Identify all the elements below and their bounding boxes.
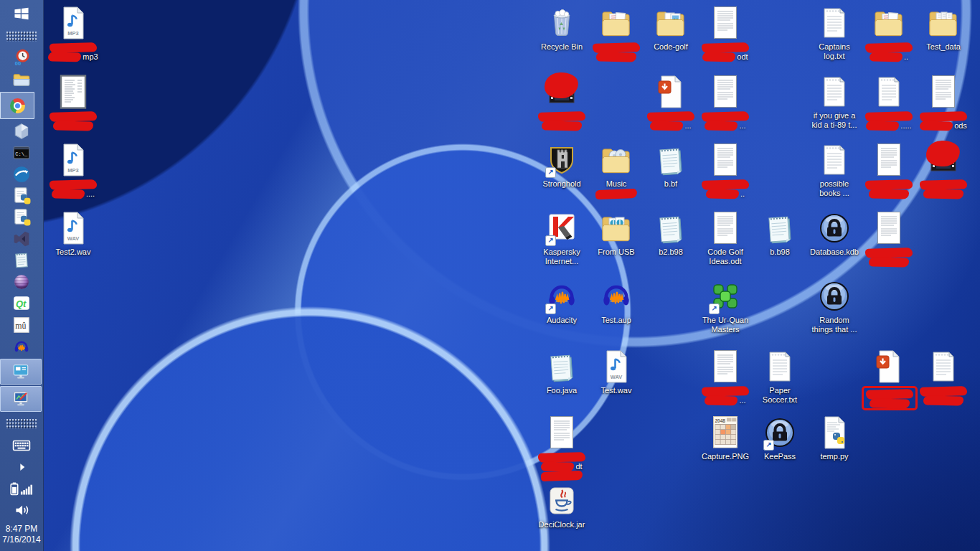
taskbar-grip-top[interactable] bbox=[0, 26, 43, 47]
desktop-icon-capture-png[interactable]: 2048Capture.PNG bbox=[698, 415, 753, 461]
desktop-icon-b-bf[interactable]: b.bf bbox=[644, 143, 698, 189]
desktop-icon-doc-censored-2[interactable]: ... bbox=[698, 75, 753, 130]
taskbar-musescore[interactable]: mû bbox=[0, 314, 43, 336]
desktop-icon-captains-log-txt[interactable]: Captainslog.txt bbox=[807, 6, 862, 61]
taskbar-python-editor-1[interactable] bbox=[0, 185, 43, 207]
taskbar-alarm-clock[interactable]: 00 bbox=[0, 47, 43, 69]
desktop-icon-odt-censored-1[interactable]: dt bbox=[534, 415, 589, 480]
censor-scribble bbox=[865, 111, 913, 122]
desktop-icon-code-golf-folder[interactable]: Code-golf bbox=[644, 6, 698, 52]
svg-text:2048: 2048 bbox=[715, 418, 726, 423]
desktop-icon-kaspersky-internet[interactable]: ↗KasperskyInternet... bbox=[534, 211, 589, 266]
desktop-icon-folder-censored-1[interactable] bbox=[589, 6, 644, 61]
desktop-icon-test-aup[interactable]: Test.aup bbox=[589, 279, 644, 325]
desktop-icon-paper-soccer-txt[interactable]: PaperSoccer.txt bbox=[753, 349, 807, 405]
desktop-icon-recycle-bin[interactable]: Recycle Bin bbox=[534, 6, 589, 52]
taskbar-qt[interactable]: Qt bbox=[0, 293, 43, 314]
desktop-icon-audacity[interactable]: ↗Audacity bbox=[534, 279, 589, 325]
shortcut-arrow-icon: ↗ bbox=[763, 440, 774, 451]
musescore-icon: mû bbox=[12, 316, 31, 334]
desktop-icon-txt-censored-2[interactable] bbox=[916, 349, 971, 405]
desktop-icon-test2-wav[interactable]: WAVTest2.wav bbox=[46, 211, 100, 257]
desktop-icon-odt-censored-2[interactable]: odt bbox=[698, 6, 753, 61]
desktop-icon-possible-books-txt[interactable]: possiblebooks ... bbox=[807, 143, 862, 198]
desktop-icon-video-censored-2[interactable] bbox=[916, 143, 971, 198]
taskbar-python-editor-2[interactable] bbox=[0, 207, 43, 228]
touch-keyboard-button[interactable] bbox=[0, 435, 43, 456]
taskbar-audacity[interactable] bbox=[0, 336, 43, 357]
desktop-icon-badge-doc-censored-1[interactable]: ... bbox=[644, 75, 698, 130]
icon-label bbox=[916, 179, 971, 198]
icon-label: KasperskyInternet... bbox=[534, 248, 589, 266]
taskbar-clock[interactable]: 8:47 PM 7/16/2014 bbox=[2, 524, 40, 545]
desktop-icon-doc-censored-3[interactable]: .. bbox=[698, 143, 753, 198]
desktop-icon-database-kdb[interactable]: Database.kdb bbox=[807, 211, 862, 257]
desktop-icon-badge-doc-censored-2[interactable] bbox=[862, 349, 916, 410]
desktop-icon-temp-py[interactable]: temp.py bbox=[807, 415, 862, 461]
censor-scribble bbox=[542, 121, 582, 131]
doc-icon bbox=[708, 349, 743, 384]
battery-signal-icon bbox=[9, 479, 34, 498]
taskbar-visual-studio[interactable] bbox=[0, 228, 43, 250]
show-hidden-icons[interactable] bbox=[0, 456, 43, 478]
desktop-icon-mp3-censored-2[interactable]: MP3.... bbox=[46, 143, 100, 198]
wav-icon: WAV bbox=[599, 349, 633, 384]
desktop-icon-code-golf-ideas-odt[interactable]: Code GolfIdeas.odt bbox=[698, 211, 753, 266]
censor-scribble bbox=[705, 395, 738, 405]
desktop-icon-test-wav[interactable]: WAVTest.wav bbox=[589, 349, 644, 395]
taskbar-open-window-display[interactable] bbox=[0, 386, 42, 412]
taskbar-grip-bottom[interactable] bbox=[0, 413, 43, 435]
desktop-icon-video-censored-1[interactable] bbox=[534, 75, 589, 130]
desktop-area[interactable]: MP3mp3MP3....WAVTest2.wavRecycle Bin↗Str… bbox=[43, 0, 980, 551]
taskbar-chrome[interactable] bbox=[0, 92, 34, 119]
censor-scribble bbox=[865, 179, 913, 190]
screen: { "taskbar": { "clock": {"time": "8:47 P… bbox=[0, 0, 980, 551]
desktop-icon-mp3-censored-1[interactable]: MP3mp3 bbox=[46, 6, 100, 61]
censor-scribble bbox=[48, 52, 81, 62]
desktop-icon-random-things-kdb[interactable]: Randomthings that ... bbox=[807, 279, 862, 334]
battery-network-status[interactable] bbox=[0, 478, 43, 499]
taskbar-3d-cube-app[interactable] bbox=[0, 121, 43, 142]
desktop-icon-ur-quan-masters[interactable]: ↗The Ur-QuanMasters bbox=[698, 279, 753, 334]
taskbar-command-prompt[interactable]: C:\_ bbox=[0, 142, 43, 164]
taskbar-purple-globe-app[interactable] bbox=[0, 271, 43, 293]
censor-scribble bbox=[650, 121, 683, 131]
chrome-icon bbox=[10, 98, 25, 113]
desktop-icon-keepass[interactable]: ↗KeePass bbox=[753, 415, 807, 461]
start-button[interactable] bbox=[0, 1, 43, 26]
icon-label bbox=[862, 179, 916, 198]
censor-scribble bbox=[706, 189, 739, 199]
taskbar-file-explorer[interactable] bbox=[0, 69, 43, 90]
python-editor-icon bbox=[12, 187, 31, 205]
desktop-icon-ods-censored-1[interactable]: ods bbox=[916, 75, 971, 130]
taskbar-notepad[interactable] bbox=[0, 250, 43, 271]
svg-text:Qt: Qt bbox=[16, 298, 27, 309]
desktop-icon-doc-censored-1[interactable] bbox=[46, 75, 100, 130]
desktop-icon-folder-censored-2[interactable]: .. bbox=[862, 6, 916, 61]
desktop-icon-b-b98[interactable]: b.b98 bbox=[753, 211, 807, 257]
desktop-icon-ti-89-txt[interactable]: if you give akid a ti-89 t... bbox=[807, 75, 862, 130]
desktop-icon-stronghold[interactable]: ↗Stronghold bbox=[534, 143, 589, 189]
censor-scribble bbox=[541, 461, 574, 471]
censor-scribble bbox=[920, 386, 967, 397]
desktop-icon-from-usb-folder[interactable]: From USB bbox=[589, 211, 644, 257]
desktop-icon-test-data-folder[interactable]: Test_data bbox=[916, 6, 971, 52]
desktop-icon-doc-censored-5[interactable] bbox=[862, 143, 916, 198]
desktop-icon-foo-java[interactable]: Foo.java bbox=[534, 349, 589, 395]
taskbar-open-window-presentation[interactable] bbox=[0, 359, 42, 385]
desktop-icon-doc-censored-4[interactable]: ... bbox=[698, 349, 753, 405]
desktop-icon-b2-b98[interactable]: b2.b98 bbox=[644, 211, 698, 257]
film-icon bbox=[926, 143, 961, 177]
volume-button[interactable] bbox=[0, 499, 43, 521]
desktop-icon-deciclock-jar[interactable]: DeciClock.jar bbox=[534, 484, 589, 529]
desktop-icon-txt-censored-1[interactable]: ..... bbox=[862, 75, 916, 130]
audacity-icon bbox=[599, 279, 633, 314]
icon-label: Foo.java bbox=[534, 386, 589, 395]
chrome-ball bbox=[10, 98, 25, 113]
desktop-icon-music-folder[interactable]: Music bbox=[589, 143, 644, 198]
desktop-icon-doc-censored-6[interactable] bbox=[862, 211, 916, 266]
censor-scribble bbox=[920, 179, 967, 190]
taskbar-openoffice[interactable] bbox=[0, 164, 43, 185]
notepad-icon bbox=[654, 211, 688, 245]
shortcut-arrow-icon: ↗ bbox=[545, 235, 556, 246]
